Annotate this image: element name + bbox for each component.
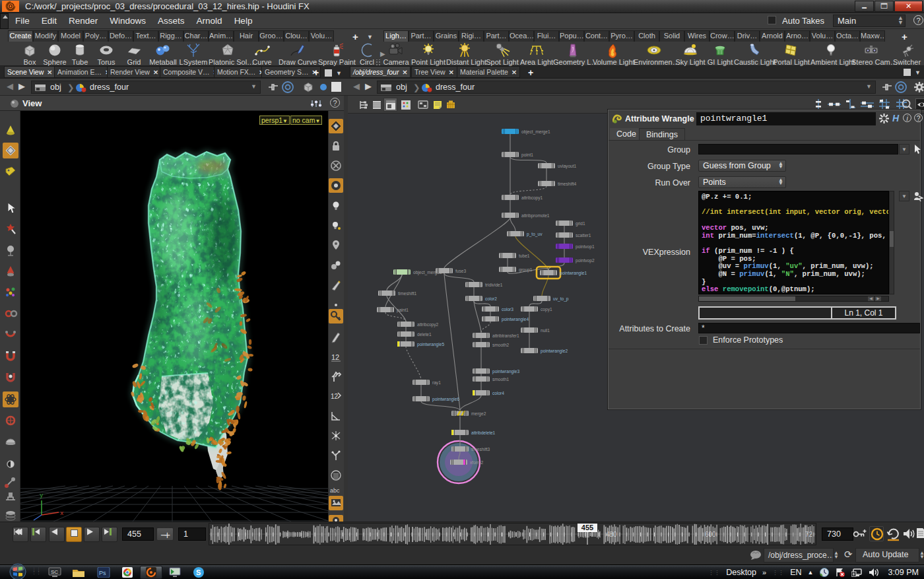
svg-text:attribcopy2: attribcopy2 [417,322,439,327]
svg-text:pointwrangle3: pointwrangle3 [492,369,519,374]
svg-text:point1: point1 [521,153,533,158]
svg-text:copy1: copy1 [541,307,552,312]
svg-text:attribdelete1: attribdelete1 [471,430,496,435]
svg-text:72: 72 [805,531,813,538]
svg-text:paint1: paint1 [397,308,409,313]
svg-text:attribtransfer1: attribtransfer1 [492,333,519,338]
svg-text:pointvop1: pointvop1 [576,244,595,250]
svg-text:timeshift1: timeshift1 [398,291,417,296]
svg-text:smooth1: smooth1 [492,377,510,382]
svg-text:x: x [60,510,63,517]
svg-text:uvlayout1: uvlayout1 [558,164,577,169]
svg-text:pointwrangle6: pointwrangle6 [432,397,459,402]
svg-text:object_merge1: object_merge1 [521,129,550,135]
svg-text:timeshift4: timeshift4 [558,182,577,186]
svg-text:color3: color3 [502,307,513,312]
svg-text:600: 600 [705,531,716,538]
svg-text:pointwrangle5: pointwrangle5 [417,342,444,347]
svg-text:pointwrangle4: pointwrangle4 [502,317,529,322]
svg-text:p_to_uv: p_to_uv [527,232,543,237]
svg-text:abc: abc [330,487,340,494]
svg-text:Ps: Ps [99,570,106,576]
svg-text:tridivide1: tridivide1 [485,283,503,287]
svg-text:null1: null1 [541,328,550,333]
svg-text:ray1: ray1 [432,380,441,386]
svg-text:12: 12 [331,353,339,361]
svg-text:pointwrangle1: pointwrangle1 [560,271,587,276]
svg-text:attribpromote1: attribpromote1 [521,213,550,219]
svg-text:timeshift3: timeshift3 [471,447,490,452]
svg-text:fuse3: fuse3 [455,269,466,273]
svg-text:y: y [40,493,44,499]
svg-text:pointwrangle2: pointwrangle2 [541,349,568,354]
svg-text:color2: color2 [485,296,497,301]
svg-text:S: S [196,568,201,576]
svg-text:scatter1: scatter1 [576,233,591,238]
svg-text:delete1: delete1 [417,332,432,337]
svg-text:color4: color4 [492,391,504,395]
svg-text:smooth2: smooth2 [492,343,510,347]
svg-text:attribcopy1: attribcopy1 [521,195,543,201]
svg-text:480: 480 [606,531,617,538]
svg-text:uv_to_p: uv_to_p [553,296,569,302]
svg-text:pointvop2: pointvop2 [576,258,595,263]
svg-text:12: 12 [331,393,339,400]
svg-text:SC: SC [51,569,58,575]
svg-text:xform2: xform2 [470,460,483,465]
svg-text:merge2: merge2 [471,411,486,417]
svg-text:grid1: grid1 [576,221,585,226]
svg-text:tube1: tube1 [519,254,530,258]
svg-text:group1: group1 [519,267,533,273]
